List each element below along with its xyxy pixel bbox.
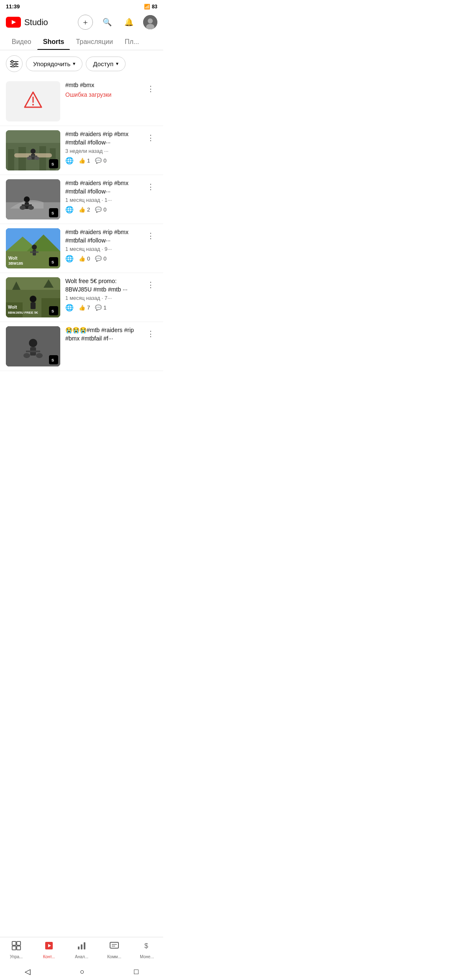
svg-point-8 [11, 61, 13, 63]
likes-count: 7 [87, 304, 90, 311]
svg-point-29 [24, 196, 30, 202]
more-options-button[interactable]: ⋮ [144, 180, 157, 193]
battery-level: 83 [152, 4, 157, 10]
likes-count: 0 [87, 255, 90, 262]
video-item: Wolt 3BW185 S #mtb #raiders #rip #bmx #m… [0, 224, 163, 273]
svg-point-25 [34, 157, 39, 160]
comments-stat: 💬 0 [95, 206, 106, 213]
video-list: #mtb #bmx Ошибка загрузки ⋮ [0, 77, 163, 371]
video-item: #mtb #bmx Ошибка загрузки ⋮ [0, 77, 163, 126]
svg-text:S: S [51, 260, 54, 264]
likes-count: 1 [87, 157, 90, 164]
logo-area: Studio [6, 17, 48, 28]
svg-text:S: S [51, 211, 54, 215]
svg-point-21 [31, 149, 36, 154]
video-item: Wolt 8BWJ85U FREE 5€ S Wolt free 5€ prom… [0, 273, 163, 322]
video-info: #mtb #bmx Ошибка загрузки [65, 81, 139, 98]
likes-stat: 👍 0 [79, 255, 90, 262]
likes-count: 2 [87, 206, 90, 213]
filter-icon-button[interactable] [6, 55, 23, 72]
studio-label: Studio [24, 18, 48, 27]
svg-rect-53 [31, 302, 36, 309]
shorts-badge: S [49, 306, 58, 315]
svg-point-32 [20, 206, 26, 210]
shorts-badge: S [49, 159, 58, 168]
tab-streams[interactable]: Трансляции [70, 33, 119, 50]
filter-bar: Упорядочить ▾ Доступ ▾ [0, 50, 163, 77]
public-icon: 🌐 [65, 157, 74, 165]
comment-icon: 💬 [95, 206, 102, 213]
video-item: S #mtb #raiders #rip #bmx #mtbfail #foll… [0, 175, 163, 224]
add-button[interactable]: ＋ [78, 15, 93, 30]
video-info: #mtb #raiders #rip #bmx #mtbfail #follow… [65, 179, 139, 214]
thumbnail[interactable]: S [6, 179, 60, 219]
sliders-icon [10, 60, 18, 67]
thumbnail-error[interactable] [6, 81, 60, 121]
comments-stat: 💬 1 [95, 304, 106, 311]
sort-chevron-icon: ▾ [73, 61, 75, 67]
more-options-button[interactable]: ⋮ [144, 229, 157, 242]
thumb-up-icon: 👍 [79, 255, 85, 262]
comment-icon: 💬 [95, 304, 102, 311]
thumbnail[interactable]: Wolt 8BWJ85U FREE 5€ S [6, 277, 60, 317]
bluetooth-icon: 📶 [144, 4, 150, 10]
sort-label: Упорядочить [33, 60, 70, 67]
video-title: #mtb #raiders #rip #bmx #mtbfail #follow… [65, 179, 139, 196]
video-stats: 🌐 👍 2 💬 0 [65, 206, 139, 214]
tab-video[interactable]: Видео [6, 33, 37, 50]
video-meta: 3 недели назад ··· [65, 148, 139, 154]
status-bar: 11:39 📶 83 [0, 0, 163, 11]
svg-text:S: S [51, 162, 54, 166]
video-title: #mtb #bmx [65, 81, 139, 90]
shorts-badge: S [49, 208, 58, 217]
status-time: 11:39 [6, 3, 20, 10]
video-title: 😭😭😭#mtb #raiders #rip #bmx #mtbfail #f··… [65, 326, 139, 343]
video-title: #mtb #raiders #rip #bmx #mtbfail #follow… [65, 228, 139, 245]
svg-text:S: S [51, 309, 54, 313]
thumbnail[interactable]: Wolt 3BW185 S [6, 228, 60, 268]
svg-point-40 [32, 245, 37, 250]
more-options-button[interactable]: ⋮ [144, 131, 157, 144]
video-info: Wolt free 5€ promo: 8BWJ85U #mtb #mtb ··… [65, 277, 139, 312]
likes-stat: 👍 1 [79, 157, 90, 164]
svg-point-52 [30, 296, 36, 302]
video-info: #mtb #raiders #rip #bmx #mtbfail #follow… [65, 228, 139, 263]
comments-count: 1 [103, 304, 106, 311]
tabs-container: Видео Shorts Трансляции Пл... [0, 33, 163, 50]
comments-stat: 💬 0 [95, 157, 106, 164]
more-options-button[interactable]: ⋮ [144, 82, 157, 95]
svg-point-63 [36, 353, 43, 358]
thumbnail[interactable]: S [6, 326, 60, 366]
avatar[interactable] [143, 15, 157, 29]
video-stats: 🌐 👍 0 💬 0 [65, 255, 139, 263]
video-title: Wolt free 5€ promo: 8BWJ85U #mtb #mtb ··… [65, 277, 139, 294]
public-icon: 🌐 [65, 255, 74, 263]
tab-playlists[interactable]: Пл... [119, 33, 145, 50]
svg-point-10 [12, 66, 14, 68]
video-info: 😭😭😭#mtb #raiders #rip #bmx #mtbfail #f··… [65, 326, 139, 343]
warning-icon [23, 90, 43, 113]
svg-rect-17 [18, 147, 26, 170]
shorts-badge: S [49, 355, 58, 364]
more-options-button[interactable]: ⋮ [144, 278, 157, 291]
svg-point-3 [148, 18, 153, 23]
svg-text:8BWJ85U FREE 5€: 8BWJ85U FREE 5€ [8, 311, 38, 315]
bell-button[interactable]: 🔔 [121, 15, 136, 30]
thumb-up-icon: 👍 [79, 206, 85, 213]
tab-shorts[interactable]: Shorts [37, 33, 70, 50]
video-meta: 1 месяц назад · 7··· [65, 295, 139, 301]
svg-text:S: S [51, 358, 54, 362]
comment-icon: 💬 [95, 157, 102, 164]
comments-stat: 💬 0 [95, 255, 106, 262]
access-chevron-icon: ▾ [116, 61, 118, 67]
video-title: #mtb #raiders #rip #bmx #mtbfail #follow… [65, 130, 139, 147]
public-icon: 🌐 [65, 304, 74, 312]
sort-button[interactable]: Упорядочить ▾ [26, 57, 82, 71]
likes-stat: 👍 2 [79, 206, 90, 213]
access-button[interactable]: Доступ ▾ [86, 57, 126, 71]
upload-error: Ошибка загрузки [65, 91, 139, 98]
search-button[interactable]: 🔍 [100, 15, 115, 30]
svg-rect-16 [8, 149, 14, 170]
thumbnail[interactable]: S [6, 130, 60, 170]
more-options-button[interactable]: ⋮ [144, 327, 157, 340]
